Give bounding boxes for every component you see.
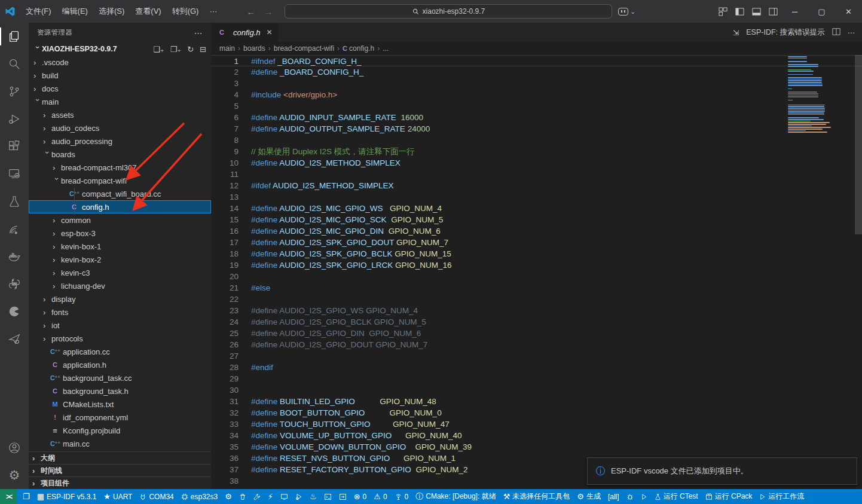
minimize-button[interactable]: ─ bbox=[781, 0, 808, 23]
status-errors-count[interactable]: ⊗0 bbox=[350, 489, 371, 504]
activity-docker[interactable] bbox=[0, 243, 29, 270]
tree-item-assets[interactable]: ›assets bbox=[29, 108, 211, 121]
status-cmake-status[interactable]: ⓘCMake: [Debug]: 就绪 bbox=[412, 489, 499, 504]
activity-platform-tools[interactable] bbox=[0, 325, 29, 353]
status-menuconfig-button[interactable]: ⚙ bbox=[221, 489, 236, 504]
tree-item-build[interactable]: ›build bbox=[29, 69, 211, 82]
status-espidf-version[interactable]: ▦ESP-IDF v5.3.1 bbox=[33, 489, 100, 504]
status-serial-port[interactable]: COM34 bbox=[136, 489, 177, 504]
tree-item-compact_wifi_board.cc[interactable]: C⁺⁺compact_wifi_board.cc bbox=[29, 187, 211, 200]
tree-item-kevin-box-1[interactable]: ›kevin-box-1 bbox=[29, 240, 211, 253]
status-idf-project[interactable]: ❐ bbox=[19, 489, 33, 504]
status-ports-count[interactable]: 0 bbox=[391, 489, 412, 504]
tree-item-esp-box-3[interactable]: ›esp-box-3 bbox=[29, 227, 211, 240]
settings-gear-icon[interactable]: ⚙ bbox=[0, 462, 29, 489]
activity-explorer[interactable] bbox=[0, 23, 29, 50]
close-button[interactable]: ✕ bbox=[835, 0, 862, 23]
status-flash-method[interactable]: ★UART bbox=[100, 489, 136, 504]
collapse-all-icon[interactable]: ⊟ bbox=[200, 45, 206, 54]
breadcrumb-item-bread-compact-wifi[interactable]: bread-compact-wifi bbox=[274, 44, 334, 53]
toggle-panel-icon[interactable] bbox=[748, 7, 765, 16]
panel-大纲[interactable]: ›大纲 bbox=[29, 451, 211, 464]
account-icon[interactable] bbox=[0, 434, 29, 462]
menu-转到G[interactable]: 转到(G) bbox=[167, 7, 204, 16]
breadcrumb-item-main[interactable]: main bbox=[219, 44, 235, 53]
status-cmake-debug-button[interactable] bbox=[623, 489, 637, 504]
status-cmake-build-button[interactable]: ⚙生成 bbox=[573, 489, 604, 504]
status-cmake-launch-button[interactable] bbox=[637, 489, 651, 504]
status-build-flash-monitor-button[interactable]: ♨ bbox=[306, 489, 320, 504]
tree-item-application.cc[interactable]: C⁺⁺application.cc bbox=[29, 345, 211, 358]
breadcrumb[interactable]: main›boards›bread-compact-wifi›C config.… bbox=[211, 42, 862, 55]
espidf-action-label[interactable]: ESP-IDF: 搜索错误提示 bbox=[746, 28, 824, 38]
status-remote-indicator[interactable]: >< bbox=[0, 489, 17, 504]
tree-item-application.h[interactable]: Capplication.h bbox=[29, 358, 211, 371]
activity-cmake[interactable] bbox=[0, 298, 29, 325]
copilot-button[interactable]: ⌄ bbox=[618, 8, 635, 16]
tree-item-boards[interactable]: ›boards bbox=[29, 148, 211, 161]
code-area[interactable]: 1#ifndef _BOARD_CONFIG_H_2#define _BOARD… bbox=[211, 55, 862, 489]
tree-item-lichuang-dev[interactable]: ›lichuang-dev bbox=[29, 279, 211, 292]
tree-item-audio_processing[interactable]: ›audio_processing bbox=[29, 135, 211, 148]
tree-item-protocols[interactable]: ›protocols bbox=[29, 332, 211, 345]
command-center-search[interactable]: xiaozhi-esp32-0.9.7 bbox=[285, 4, 612, 19]
tree-item-bread-compact-wifi[interactable]: ›bread-compact-wifi bbox=[29, 174, 211, 187]
tree-item-background_task.h[interactable]: Cbackground_task.h bbox=[29, 384, 211, 398]
panel-项目组件[interactable]: ›项目组件 bbox=[29, 476, 211, 489]
toggle-secondary-sidebar-icon[interactable] bbox=[765, 7, 781, 16]
activity-remote-explorer[interactable] bbox=[0, 160, 29, 188]
new-file-icon[interactable]: ❑₊ bbox=[153, 45, 164, 54]
status-monitor-button[interactable] bbox=[277, 489, 292, 504]
menu-查看V[interactable]: 查看(V) bbox=[130, 7, 166, 16]
status-build-button[interactable] bbox=[250, 489, 264, 504]
status-commands-button[interactable] bbox=[335, 489, 350, 504]
refresh-icon[interactable]: ↻ bbox=[187, 45, 194, 54]
activity-source-control[interactable] bbox=[0, 78, 29, 105]
tree-item-idf_component.yml[interactable]: !idf_component.yml bbox=[29, 411, 211, 424]
tree-item-background_task.cc[interactable]: C⁺⁺background_task.cc bbox=[29, 371, 211, 384]
tree-item-kevin-box-2[interactable]: ›kevin-box-2 bbox=[29, 253, 211, 266]
status-debug-button[interactable] bbox=[292, 489, 306, 504]
tree-item-main[interactable]: ›main bbox=[29, 95, 211, 108]
status-idf-terminal-button[interactable] bbox=[320, 489, 335, 504]
toggle-primary-sidebar-icon[interactable] bbox=[731, 7, 748, 16]
tree-item-kevin-c3[interactable]: ›kevin-c3 bbox=[29, 266, 211, 279]
maximize-button[interactable]: ▢ bbox=[808, 0, 835, 23]
more-actions-icon[interactable]: ⋯ bbox=[848, 28, 855, 37]
new-folder-icon[interactable]: ❒₊ bbox=[170, 45, 182, 54]
status-run-cpack-button[interactable]: 运行 CPack bbox=[702, 489, 756, 504]
split-editor-icon[interactable] bbox=[832, 28, 840, 38]
menu-编辑E[interactable]: 编辑(E) bbox=[57, 7, 93, 16]
activity-testing[interactable] bbox=[0, 188, 29, 215]
notification-toast[interactable]: ⓘ ESP-IDF vscode 文件已添加到项目中。 bbox=[587, 457, 857, 485]
activity-python[interactable] bbox=[0, 270, 29, 298]
activity-run-debug[interactable] bbox=[0, 105, 29, 133]
status-run-workflow-button[interactable]: 运行工作流 bbox=[756, 489, 808, 504]
breadcrumb-item-...[interactable]: ... bbox=[383, 44, 389, 53]
explorer-more-actions-icon[interactable]: ⋯ bbox=[194, 28, 203, 38]
tree-item-Kconfig.projbuild[interactable]: ≡Kconfig.projbuild bbox=[29, 424, 211, 437]
tree-item-CMakeLists.txt[interactable]: MCMakeLists.txt bbox=[29, 398, 211, 411]
tab-close-icon[interactable]: ✕ bbox=[267, 28, 273, 36]
vertical-scrollbar[interactable] bbox=[855, 55, 862, 234]
forward-arrow-icon[interactable]: → bbox=[264, 7, 273, 17]
activity-extensions[interactable] bbox=[0, 133, 29, 160]
tree-item-docs[interactable]: ›docs bbox=[29, 82, 211, 95]
tree-item-audio_codecs[interactable]: ›audio_codecs bbox=[29, 121, 211, 135]
menu-选择S[interactable]: 选择(S) bbox=[93, 7, 130, 16]
customize-layout-icon[interactable] bbox=[714, 7, 731, 16]
status-warnings-count[interactable]: ⚠0 bbox=[370, 489, 390, 504]
back-arrow-icon[interactable]: ← bbox=[246, 7, 255, 17]
tree-item-main.cc[interactable]: C⁺⁺main.cc bbox=[29, 437, 211, 450]
tree-item-common[interactable]: ›common bbox=[29, 213, 211, 227]
tree-item-display[interactable]: ›display bbox=[29, 292, 211, 306]
tree-item-iot[interactable]: ›iot bbox=[29, 319, 211, 332]
status-run-ctest-button[interactable]: 运行 CTest bbox=[651, 489, 702, 504]
activity-espidf[interactable] bbox=[0, 215, 29, 243]
idf-trace-icon[interactable]: ⇲ bbox=[733, 28, 739, 37]
tree-item-.vscode[interactable]: ›.vscode bbox=[29, 56, 211, 69]
tree-item-fonts[interactable]: ›fonts bbox=[29, 306, 211, 319]
project-root-row[interactable]: › XIAOZHI-ESP32-0.9.7 ❑₊ ❒₊ ↻ ⊟ bbox=[29, 42, 211, 56]
tree-item-config.h[interactable]: Cconfig.h bbox=[29, 200, 211, 213]
status-device-target[interactable]: esp32s3 bbox=[178, 489, 221, 504]
